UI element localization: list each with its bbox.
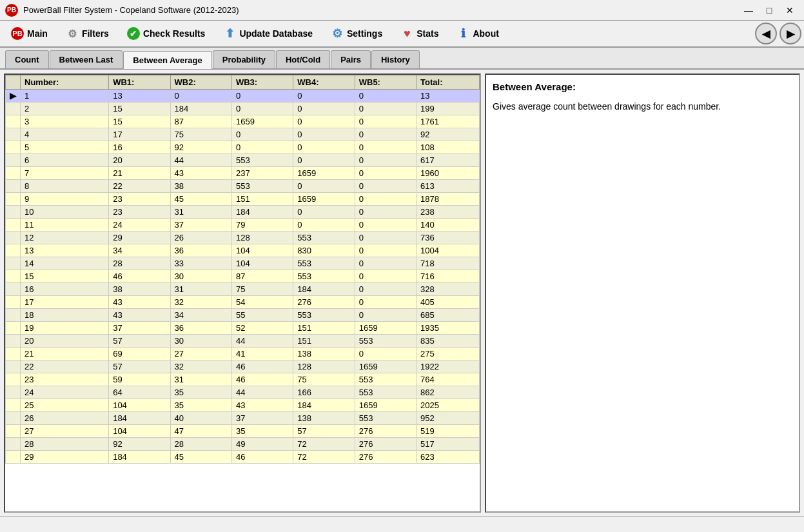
maximize-button[interactable]: □ <box>760 3 778 17</box>
minimize-button[interactable]: — <box>740 3 758 17</box>
row-wb2: 26 <box>170 232 231 244</box>
row-total: 1761 <box>417 115 480 128</box>
row-total: 405 <box>417 296 480 309</box>
nav-back-button[interactable]: ◀ <box>755 23 777 44</box>
row-wb5: 276 <box>355 451 416 464</box>
table-row[interactable]: 8223855300613 <box>6 180 480 193</box>
table-row[interactable]: 216927411380275 <box>6 348 480 360</box>
nav-arrows: ◀ ▶ <box>755 23 801 44</box>
tab-history[interactable]: History <box>371 50 420 68</box>
tab-probability[interactable]: Probability <box>213 50 275 68</box>
table-row[interactable]: 24643544166553862 <box>6 386 480 399</box>
table-row[interactable]: 29184454672276623 <box>6 451 480 464</box>
toolbar: PB Main ⚙ Filters ✔ Check Results ⬆ Upda… <box>0 21 804 48</box>
row-wb3: 184 <box>231 206 293 219</box>
table-row[interactable]: 27104473557276519 <box>6 425 480 438</box>
toolbar-settings-button[interactable]: ⚙ Settings <box>322 23 391 44</box>
tabs-bar: Count Between Last Between Average Proba… <box>0 48 804 70</box>
row-wb2: 44 <box>170 154 231 167</box>
row-total: 519 <box>417 425 480 438</box>
row-arrow <box>6 193 21 206</box>
row-wb5: 0 <box>355 103 416 115</box>
tab-between-average[interactable]: Between Average <box>123 51 211 69</box>
row-number: 16 <box>21 283 109 296</box>
row-wb3: 44 <box>231 386 293 399</box>
col-wb4-header: WB4: <box>293 75 355 90</box>
row-wb3: 35 <box>231 425 293 438</box>
row-arrow <box>6 425 21 438</box>
nav-forward-button[interactable]: ▶ <box>779 23 801 44</box>
toolbar-update-database-button[interactable]: ⬆ Update Database <box>215 23 321 44</box>
toolbar-check-results-button[interactable]: ✔ Check Results <box>119 23 213 44</box>
row-number: 4 <box>21 128 109 141</box>
row-number: 12 <box>21 232 109 244</box>
col-wb2-header: WB2: <box>170 75 231 90</box>
row-total: 685 <box>417 309 480 322</box>
row-wb3: 151 <box>231 193 293 206</box>
row-wb3: 128 <box>231 232 293 244</box>
table-row[interactable]: 163831751840328 <box>6 283 480 296</box>
table-row[interactable]: 184334555530685 <box>6 309 480 322</box>
row-total: 617 <box>417 154 480 167</box>
row-arrow <box>6 141 21 154</box>
row-wb1: 24 <box>109 219 170 232</box>
row-arrow <box>6 373 21 386</box>
tab-pairs[interactable]: Pairs <box>331 50 371 68</box>
toolbar-filters-button[interactable]: ⚙ Filters <box>57 23 117 44</box>
row-total: 1922 <box>417 360 480 373</box>
table-row[interactable]: 1229261285530736 <box>6 232 480 244</box>
toolbar-about-button[interactable]: ℹ About <box>448 23 507 44</box>
tab-count[interactable]: Count <box>5 50 49 68</box>
filters-label: Filters <box>82 28 109 39</box>
row-wb5: 0 <box>355 257 416 270</box>
table-row[interactable]: 25104354318416592025 <box>6 399 480 412</box>
row-wb3: 0 <box>231 103 293 115</box>
tab-hot-cold[interactable]: Hot/Cold <box>276 50 330 68</box>
table-row[interactable]: 1428331045530718 <box>6 257 480 270</box>
close-button[interactable]: ✕ <box>781 3 799 17</box>
main-label: Main <box>27 28 48 39</box>
row-wb2: 31 <box>170 373 231 386</box>
about-icon: ℹ <box>456 27 469 40</box>
table-row[interactable]: 1124377900140 <box>6 219 480 232</box>
row-wb4: 0 <box>293 219 355 232</box>
row-total: 862 <box>417 386 480 399</box>
row-wb5: 0 <box>355 348 416 360</box>
table-row[interactable]: 315871659001761 <box>6 115 480 128</box>
row-arrow <box>6 270 21 283</box>
table-row[interactable]: 4177500092 <box>6 128 480 141</box>
table-row[interactable]: 72143237165901960 <box>6 167 480 180</box>
row-wb4: 553 <box>293 257 355 270</box>
table-row[interactable]: 20573044151553835 <box>6 335 480 348</box>
filters-icon: ⚙ <box>66 27 79 40</box>
row-wb1: 43 <box>109 309 170 322</box>
toolbar-main-button[interactable]: PB Main <box>3 23 56 44</box>
table-row[interactable]: 6204455300617 <box>6 154 480 167</box>
table-scroll-area[interactable]: Number: WB1: WB2: WB3: WB4: WB5: Total: … <box>5 75 480 511</box>
table-row[interactable]: 51692000108 <box>6 141 480 154</box>
table-row[interactable]: 174332542760405 <box>6 296 480 309</box>
table-row[interactable]: 92345151165901878 <box>6 193 480 206</box>
table-row[interactable]: 1937365215116591935 <box>6 322 480 335</box>
table-row[interactable]: 10233118400238 <box>6 206 480 219</box>
row-wb1: 20 <box>109 154 170 167</box>
row-total: 92 <box>417 128 480 141</box>
row-wb5: 0 <box>355 141 416 154</box>
row-wb3: 553 <box>231 154 293 167</box>
col-total-header: Total: <box>417 75 480 90</box>
row-wb1: 29 <box>109 232 170 244</box>
table-row[interactable]: 215184000199 <box>6 103 480 115</box>
table-row[interactable]: 13343610483001004 <box>6 244 480 257</box>
table-row[interactable]: ▶113000013 <box>6 90 480 103</box>
tab-between-last[interactable]: Between Last <box>50 50 123 68</box>
toolbar-stats-button[interactable]: ♥ Stats <box>392 23 447 44</box>
table-row[interactable]: 2257324612816591922 <box>6 360 480 373</box>
stats-icon: ♥ <box>400 27 413 40</box>
row-wb3: 37 <box>231 412 293 425</box>
table-row[interactable]: 261844037138553952 <box>6 412 480 425</box>
row-wb1: 57 <box>109 360 170 373</box>
row-wb2: 38 <box>170 180 231 193</box>
table-row[interactable]: 154630875530716 <box>6 270 480 283</box>
table-row[interactable]: 2892284972276517 <box>6 438 480 451</box>
table-row[interactable]: 2359314675553764 <box>6 373 480 386</box>
